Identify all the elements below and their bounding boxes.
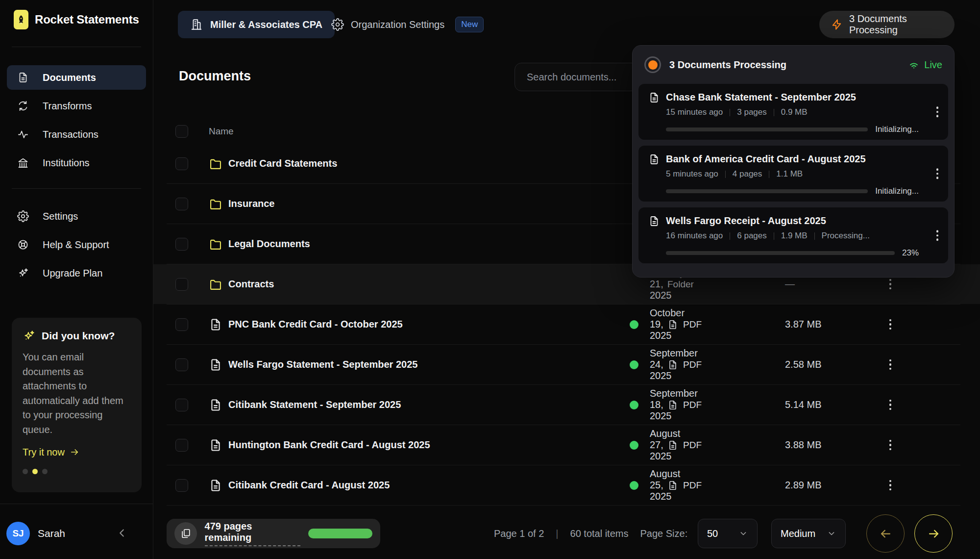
row-date: August 25, 2025 bbox=[650, 468, 667, 502]
sidebar-divider bbox=[0, 504, 153, 504]
org-switcher-button[interactable]: Miller & Associates CPA bbox=[178, 11, 335, 38]
next-page-button[interactable] bbox=[914, 514, 953, 553]
row-size: 5.14 MB bbox=[785, 399, 863, 410]
table-row[interactable]: Citibank Statement - September 2025 Sept… bbox=[167, 385, 960, 425]
row-name: PNC Bank Credit Card - October 2025 bbox=[228, 319, 618, 330]
sparkles-icon bbox=[23, 330, 35, 342]
page-size-label: Page Size: bbox=[640, 528, 687, 539]
separator: | bbox=[556, 528, 558, 539]
file-icon bbox=[209, 318, 222, 331]
table-row[interactable]: Wells Fargo Statement - September 2025 S… bbox=[167, 345, 960, 385]
sidebar-item-institutions[interactable]: Institutions bbox=[7, 151, 146, 175]
pages-remaining-label[interactable]: 479 pages remaining bbox=[205, 521, 301, 546]
sidebar-item-help-support[interactable]: Help & Support bbox=[7, 232, 146, 257]
progress-label: Initializing... bbox=[875, 186, 919, 196]
row-type: PDF bbox=[667, 319, 785, 330]
carousel-dot[interactable] bbox=[42, 469, 48, 474]
sidebar-item-transforms[interactable]: Transforms bbox=[7, 94, 146, 118]
processing-item-title: Chase Bank Statement - September 2025 bbox=[666, 92, 938, 103]
row-checkbox[interactable] bbox=[175, 238, 188, 251]
org-settings-link[interactable]: Organization Settings New bbox=[331, 11, 484, 38]
row-checkbox[interactable] bbox=[175, 157, 188, 170]
new-badge: New bbox=[455, 17, 484, 32]
row-size: 2.89 MB bbox=[785, 480, 863, 491]
density-select[interactable]: Medium bbox=[771, 519, 846, 548]
carousel-dot[interactable] bbox=[32, 469, 38, 474]
progress-label: 23% bbox=[902, 248, 919, 258]
row-checkbox[interactable] bbox=[175, 278, 188, 291]
app-logo[interactable]: Rocket Statements bbox=[14, 10, 139, 29]
tip-card: Did you know? You can email documents as… bbox=[12, 318, 142, 492]
processing-item-menu-button[interactable] bbox=[933, 103, 942, 120]
row-size: 3.88 MB bbox=[785, 439, 863, 451]
user-row[interactable]: SJ Sarah bbox=[0, 519, 153, 548]
chevron-down-icon bbox=[738, 529, 748, 538]
sidebar-item-upgrade-plan[interactable]: Upgrade Plan bbox=[7, 261, 146, 285]
processing-item-meta: 5 minutes ago 4 pages 1.1 MB bbox=[666, 169, 938, 179]
documents-processing-button[interactable]: 3 Documents Processing bbox=[819, 11, 955, 38]
processing-item-menu-button[interactable] bbox=[933, 227, 942, 244]
processing-item-status: Processing... bbox=[822, 231, 870, 241]
live-indicator: Live bbox=[908, 59, 942, 71]
live-label: Live bbox=[924, 59, 942, 71]
status-dot bbox=[630, 360, 638, 369]
row-checkbox[interactable] bbox=[175, 439, 188, 452]
row-name: Credit Card Statements bbox=[228, 158, 618, 169]
row-menu-button[interactable] bbox=[863, 477, 917, 494]
row-checkbox[interactable] bbox=[175, 479, 188, 492]
density-value: Medium bbox=[781, 528, 815, 539]
tip-cta-link[interactable]: Try it now bbox=[23, 447, 131, 458]
row-menu-button[interactable] bbox=[863, 316, 917, 333]
app-window: Rocket Statements Documents Transforms T… bbox=[0, 0, 980, 559]
row-checkbox[interactable] bbox=[175, 399, 188, 411]
file-icon bbox=[209, 479, 222, 492]
row-menu-button[interactable] bbox=[863, 437, 917, 454]
help-icon bbox=[17, 239, 29, 251]
processing-item-time: 5 minutes ago bbox=[666, 169, 718, 179]
processing-progress-row: 23% bbox=[666, 248, 919, 258]
quota-progress-bar bbox=[308, 529, 372, 538]
sidebar-collapse-button[interactable] bbox=[116, 527, 129, 540]
pages-remaining-pill[interactable]: 479 pages remaining bbox=[167, 519, 380, 548]
processing-item-menu-button[interactable] bbox=[933, 165, 942, 182]
file-icon bbox=[209, 358, 222, 372]
carousel-dot[interactable] bbox=[23, 469, 28, 474]
documents-icon bbox=[17, 72, 29, 83]
processing-item: Wells Fargo Receipt - August 2025 16 min… bbox=[638, 207, 948, 263]
row-type-label: PDF bbox=[683, 400, 702, 410]
gear-icon bbox=[331, 18, 344, 31]
sidebar-item-documents[interactable]: Documents bbox=[7, 65, 146, 90]
sidebar-item-settings[interactable]: Settings bbox=[7, 204, 146, 229]
row-name: Citibank Credit Card - August 2025 bbox=[228, 480, 618, 491]
status-dot bbox=[630, 481, 638, 490]
table-row[interactable]: Citibank Credit Card - August 2025 Augus… bbox=[167, 465, 960, 506]
row-checkbox[interactable] bbox=[175, 198, 188, 210]
sidebar-item-transactions[interactable]: Transactions bbox=[7, 122, 146, 147]
pagination-info: Page 1 of 2 | 60 total items Page Size: bbox=[494, 519, 687, 548]
table-row[interactable]: Huntington Bank Credit Card - August 202… bbox=[167, 425, 960, 465]
row-size: — bbox=[785, 279, 863, 290]
row-type: Folder bbox=[667, 279, 785, 290]
kebab-icon bbox=[886, 477, 895, 494]
row-menu-button[interactable] bbox=[863, 397, 917, 413]
row-type-label: PDF bbox=[683, 359, 702, 370]
row-date: September 18, 2025 bbox=[650, 388, 667, 422]
row-menu-button[interactable] bbox=[863, 356, 917, 373]
page-size-select[interactable]: 50 bbox=[698, 519, 758, 548]
status-dot bbox=[630, 441, 638, 450]
page-size-value: 50 bbox=[707, 528, 718, 539]
select-all-checkbox[interactable] bbox=[175, 125, 188, 138]
sidebar-nav-primary: Documents Transforms Transactions Instit… bbox=[0, 65, 153, 179]
file-icon bbox=[209, 438, 222, 452]
table-row[interactable]: PNC Bank Credit Card - October 2025 Octo… bbox=[167, 305, 960, 345]
previous-page-button[interactable] bbox=[866, 514, 905, 553]
file-icon bbox=[209, 398, 222, 412]
processing-item-size: 1.9 MB bbox=[781, 231, 808, 241]
row-checkbox[interactable] bbox=[175, 358, 188, 371]
row-menu-button[interactable] bbox=[863, 276, 917, 293]
row-size: 3.87 MB bbox=[785, 319, 863, 330]
status-dot bbox=[630, 401, 638, 409]
row-checkbox[interactable] bbox=[175, 318, 188, 331]
row-date: September 24, 2025 bbox=[650, 348, 667, 381]
processing-item-title: Wells Fargo Receipt - August 2025 bbox=[666, 215, 938, 227]
